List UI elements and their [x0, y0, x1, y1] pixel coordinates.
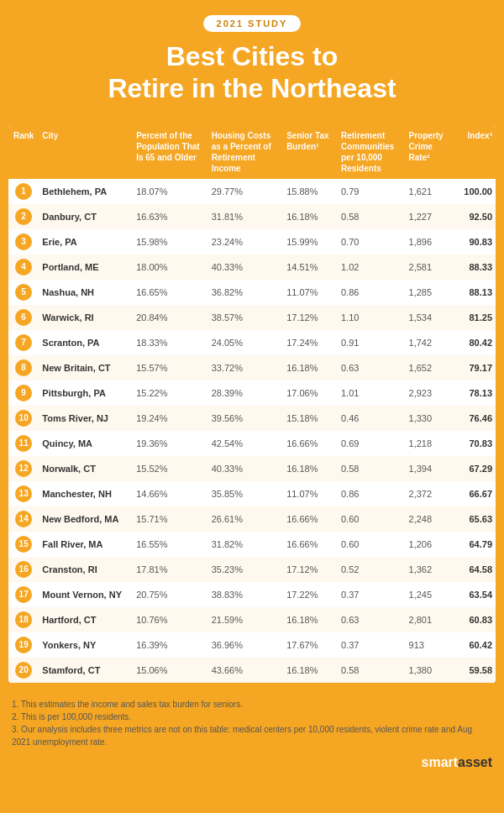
housing-cost-cell: 36.82%	[208, 280, 283, 305]
senior-tax-cell: 15.18%	[283, 406, 338, 431]
index-cell: 100.00	[454, 179, 496, 204]
table-row: 20 Stamford, CT 15.06% 43.66% 16.18% 0.5…	[8, 658, 496, 683]
senior-tax-cell: 16.18%	[283, 658, 338, 683]
rank-badge: 12	[15, 460, 32, 477]
col-pct-pop: Percent of the Population That Is 65 and…	[133, 125, 207, 179]
property-crime-cell: 1,218	[406, 431, 454, 456]
housing-cost-cell: 31.82%	[208, 532, 283, 557]
header-section: 2021 STUDY Best Cities to Retire in the …	[0, 0, 504, 125]
pct-pop-cell: 18.33%	[133, 330, 207, 355]
property-crime-cell: 2,248	[406, 506, 454, 532]
table-row: 2 Danbury, CT 16.63% 31.81% 16.18% 0.58 …	[8, 204, 496, 229]
footnotes-section: 1. This estimates the income and sales t…	[0, 691, 504, 752]
rank-badge: 17	[15, 586, 32, 603]
rank-badge: 4	[15, 259, 32, 275]
city-cell: Portland, ME	[39, 254, 133, 280]
pct-pop-cell: 18.07%	[133, 179, 207, 204]
pct-pop-cell: 17.81%	[133, 557, 207, 582]
index-cell: 59.58	[454, 658, 496, 683]
senior-tax-cell: 17.24%	[283, 330, 338, 355]
housing-cost-cell: 40.33%	[208, 456, 283, 481]
retire-comm-cell: 0.37	[338, 582, 406, 607]
retire-comm-cell: 0.91	[338, 330, 406, 355]
rank-cell: 13	[8, 481, 39, 506]
property-crime-cell: 913	[406, 632, 454, 658]
property-crime-cell: 2,801	[406, 607, 454, 632]
table-row: 17 Mount Vernon, NY 20.75% 38.83% 17.22%…	[8, 582, 496, 607]
rank-badge: 13	[15, 485, 32, 502]
index-cell: 88.33	[454, 254, 496, 280]
rank-badge: 2	[15, 208, 32, 225]
retire-comm-cell: 0.79	[338, 179, 406, 204]
retire-comm-cell: 1.01	[338, 380, 406, 406]
rank-badge: 15	[15, 536, 32, 553]
property-crime-cell: 1,621	[406, 179, 454, 204]
property-crime-cell: 1,394	[406, 456, 454, 481]
table-row: 15 Fall River, MA 16.55% 31.82% 16.66% 0…	[8, 532, 496, 557]
rank-cell: 2	[8, 204, 39, 229]
retire-comm-cell: 0.60	[338, 532, 406, 557]
pct-pop-cell: 19.24%	[133, 406, 207, 431]
housing-cost-cell: 35.23%	[208, 557, 283, 582]
index-cell: 64.79	[454, 532, 496, 557]
housing-cost-cell: 31.81%	[208, 204, 283, 229]
rank-cell: 9	[8, 380, 39, 406]
rank-cell: 15	[8, 532, 39, 557]
senior-tax-cell: 17.12%	[283, 305, 338, 330]
city-cell: Cranston, RI	[39, 557, 133, 582]
city-cell: Yonkers, NY	[39, 632, 133, 658]
city-cell: Warwick, RI	[39, 305, 133, 330]
retire-comm-cell: 0.46	[338, 406, 406, 431]
city-cell: New Bedford, MA	[39, 506, 133, 532]
col-senior-tax: Senior Tax Burden¹	[283, 125, 338, 179]
property-crime-cell: 1,742	[406, 330, 454, 355]
rank-cell: 11	[8, 431, 39, 456]
pct-pop-cell: 15.52%	[133, 456, 207, 481]
table-container: Rank City Percent of the Population That…	[8, 125, 496, 683]
housing-cost-cell: 21.59%	[208, 607, 283, 632]
table-row: 3 Erie, PA 15.98% 23.24% 15.99% 0.70 1,8…	[8, 229, 496, 254]
property-crime-cell: 1,245	[406, 582, 454, 607]
index-cell: 88.13	[454, 280, 496, 305]
retire-comm-cell: 0.58	[338, 658, 406, 683]
index-cell: 90.83	[454, 229, 496, 254]
table-row: 5 Nashua, NH 16.65% 36.82% 11.07% 0.86 1…	[8, 280, 496, 305]
index-cell: 63.54	[454, 582, 496, 607]
rank-badge: 5	[15, 284, 32, 301]
col-index: Index³	[454, 125, 496, 179]
pct-pop-cell: 18.00%	[133, 254, 207, 280]
senior-tax-cell: 11.07%	[283, 481, 338, 506]
senior-tax-cell: 17.22%	[283, 582, 338, 607]
housing-cost-cell: 39.56%	[208, 406, 283, 431]
table-row: 4 Portland, ME 18.00% 40.33% 14.51% 1.02…	[8, 254, 496, 280]
rankings-table: Rank City Percent of the Population That…	[8, 125, 496, 683]
pct-pop-cell: 10.76%	[133, 607, 207, 632]
city-cell: Quincy, MA	[39, 431, 133, 456]
pct-pop-cell: 16.55%	[133, 532, 207, 557]
pct-pop-cell: 16.63%	[133, 204, 207, 229]
rank-badge: 8	[15, 359, 32, 376]
senior-tax-cell: 17.12%	[283, 557, 338, 582]
city-cell: Danbury, CT	[39, 204, 133, 229]
retire-comm-cell: 0.63	[338, 355, 406, 380]
table-row: 14 New Bedford, MA 15.71% 26.61% 16.66% …	[8, 506, 496, 532]
table-row: 6 Warwick, RI 20.84% 38.57% 17.12% 1.10 …	[8, 305, 496, 330]
property-crime-cell: 1,206	[406, 532, 454, 557]
property-crime-cell: 1,896	[406, 229, 454, 254]
property-crime-cell: 1,652	[406, 355, 454, 380]
senior-tax-cell: 16.66%	[283, 506, 338, 532]
city-cell: Erie, PA	[39, 229, 133, 254]
rank-badge: 19	[15, 637, 32, 653]
pct-pop-cell: 20.75%	[133, 582, 207, 607]
senior-tax-cell: 16.18%	[283, 204, 338, 229]
table-row: 7 Scranton, PA 18.33% 24.05% 17.24% 0.91…	[8, 330, 496, 355]
pct-pop-cell: 15.98%	[133, 229, 207, 254]
housing-cost-cell: 35.85%	[208, 481, 283, 506]
col-rank: Rank	[8, 125, 39, 179]
senior-tax-cell: 16.66%	[283, 431, 338, 456]
housing-cost-cell: 40.33%	[208, 254, 283, 280]
senior-tax-cell: 16.18%	[283, 456, 338, 481]
city-cell: New Britain, CT	[39, 355, 133, 380]
index-cell: 60.42	[454, 632, 496, 658]
rank-cell: 7	[8, 330, 39, 355]
